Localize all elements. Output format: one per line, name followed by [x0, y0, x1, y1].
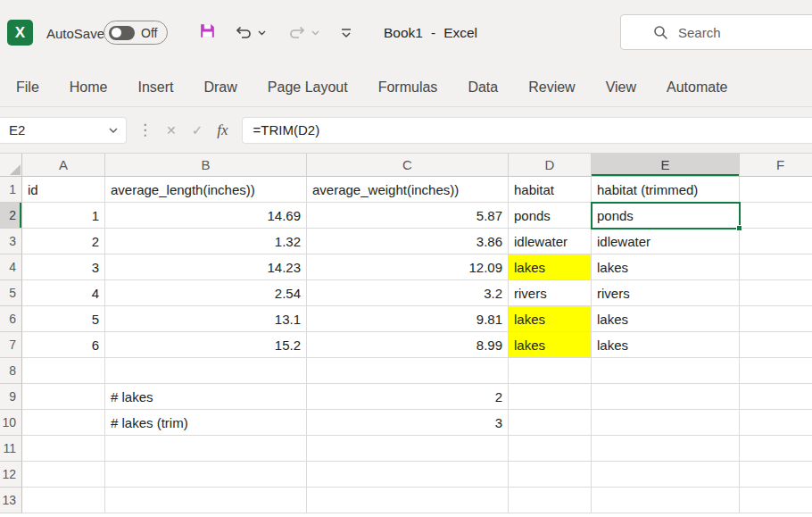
cell-B9[interactable]: # lakes	[105, 384, 307, 410]
cell-E1[interactable]: habitat (trimmed)	[592, 177, 740, 203]
ribbon-tab-page-layout[interactable]: Page Layout	[268, 79, 348, 96]
cell-D10[interactable]	[509, 410, 592, 436]
ribbon-tab-view[interactable]: View	[606, 79, 636, 96]
cell-F8[interactable]	[740, 358, 812, 384]
cell-A9[interactable]	[22, 384, 105, 410]
cell-F6[interactable]	[740, 306, 812, 332]
select-all-corner[interactable]	[0, 154, 22, 177]
cell-E11[interactable]	[592, 436, 740, 462]
cell-F11[interactable]	[740, 436, 812, 462]
ribbon-tab-insert[interactable]: Insert	[137, 79, 173, 96]
cell-F12[interactable]	[740, 462, 812, 488]
cell-B11[interactable]	[105, 436, 307, 462]
cell-C9[interactable]: 2	[307, 384, 509, 410]
insert-function-icon[interactable]: fx	[217, 121, 228, 139]
cell-C4[interactable]: 12.09	[307, 254, 509, 280]
ribbon-tab-formulas[interactable]: Formulas	[378, 79, 438, 96]
ribbon-tab-file[interactable]: File	[16, 79, 39, 96]
ribbon-tab-draw[interactable]: Draw	[203, 79, 236, 96]
cell-C7[interactable]: 8.99	[307, 332, 509, 358]
cell-D2[interactable]: ponds	[509, 203, 592, 229]
row-header-10[interactable]: 10	[0, 410, 22, 436]
column-header-b[interactable]: B	[105, 154, 307, 177]
undo-button[interactable]	[234, 25, 266, 40]
fill-handle[interactable]	[736, 225, 742, 231]
cell-D6[interactable]: lakes	[509, 306, 592, 332]
cell-F4[interactable]	[740, 254, 812, 280]
cell-B6[interactable]: 13.1	[105, 306, 307, 332]
cell-C2[interactable]: 5.87	[307, 203, 509, 229]
cell-C8[interactable]	[307, 358, 509, 384]
cell-E6[interactable]: lakes	[592, 306, 740, 332]
cell-F10[interactable]	[740, 410, 812, 436]
cell-D1[interactable]: habitat	[509, 177, 592, 203]
cell-D13[interactable]	[509, 488, 592, 513]
row-header-1[interactable]: 1	[0, 177, 22, 203]
cell-B2[interactable]: 14.69	[105, 203, 307, 229]
cell-A1[interactable]: id	[22, 177, 105, 203]
row-header-2[interactable]: 2	[0, 203, 22, 229]
cell-D7[interactable]: lakes	[509, 332, 592, 358]
search-box[interactable]: Search	[620, 14, 812, 50]
save-button[interactable]	[198, 21, 217, 40]
cell-B10[interactable]: # lakes (trim)	[105, 410, 307, 436]
cell-D8[interactable]	[509, 358, 592, 384]
cell-C10[interactable]: 3	[307, 410, 509, 436]
cell-B13[interactable]	[105, 488, 307, 513]
cell-C3[interactable]: 3.86	[307, 229, 509, 254]
cell-F1[interactable]	[740, 177, 812, 203]
cell-B8[interactable]	[105, 358, 307, 384]
cell-E2[interactable]: ponds	[592, 203, 740, 229]
row-header-13[interactable]: 13	[0, 488, 22, 513]
chevron-down-icon[interactable]	[109, 128, 118, 133]
cell-F7[interactable]	[740, 332, 812, 358]
cell-C6[interactable]: 9.81	[307, 306, 509, 332]
cell-D5[interactable]: rivers	[509, 280, 592, 306]
cell-F13[interactable]	[740, 488, 812, 513]
cell-B7[interactable]: 15.2	[105, 332, 307, 358]
column-header-a[interactable]: A	[22, 154, 105, 177]
cell-E4[interactable]: lakes	[592, 254, 740, 280]
cell-D3[interactable]: idlewater	[509, 229, 592, 254]
cell-B1[interactable]: average_length(inches))	[105, 177, 307, 203]
ribbon-tab-home[interactable]: Home	[70, 79, 108, 96]
row-header-12[interactable]: 12	[0, 462, 22, 488]
row-header-3[interactable]: 3	[0, 229, 22, 254]
cell-A8[interactable]	[22, 358, 105, 384]
row-header-7[interactable]: 7	[0, 332, 22, 358]
cell-A3[interactable]: 2	[22, 229, 105, 254]
cell-D11[interactable]	[509, 436, 592, 462]
cell-A4[interactable]: 3	[22, 254, 105, 280]
cell-E8[interactable]	[592, 358, 740, 384]
autosave-toggle[interactable]: Off	[104, 21, 168, 45]
row-header-8[interactable]: 8	[0, 358, 22, 384]
cancel-icon[interactable]: ✕	[166, 123, 177, 138]
column-header-e[interactable]: E	[592, 154, 740, 177]
row-header-6[interactable]: 6	[0, 306, 22, 332]
column-header-c[interactable]: C	[307, 154, 509, 177]
cell-C1[interactable]: average_weight(inches))	[307, 177, 509, 203]
cell-F5[interactable]	[740, 280, 812, 306]
cell-C5[interactable]: 3.2	[307, 280, 509, 306]
ribbon-tab-review[interactable]: Review	[528, 79, 575, 96]
cell-C13[interactable]	[307, 488, 509, 513]
cell-F2[interactable]	[740, 203, 812, 229]
cell-B5[interactable]: 2.54	[105, 280, 307, 306]
redo-button[interactable]	[287, 25, 319, 40]
cell-E7[interactable]: lakes	[592, 332, 740, 358]
cell-A11[interactable]	[22, 436, 105, 462]
cell-E12[interactable]	[592, 462, 740, 488]
cell-E13[interactable]	[592, 488, 740, 513]
row-header-11[interactable]: 11	[0, 436, 22, 462]
cell-D9[interactable]	[509, 384, 592, 410]
column-header-d[interactable]: D	[509, 154, 592, 177]
name-box[interactable]: E2	[0, 117, 127, 144]
cell-D4[interactable]: lakes	[509, 254, 592, 280]
cell-F9[interactable]	[740, 384, 812, 410]
ribbon-tab-data[interactable]: Data	[468, 79, 498, 96]
cell-A10[interactable]	[22, 410, 105, 436]
cell-E5[interactable]: rivers	[592, 280, 740, 306]
cell-B4[interactable]: 14.23	[105, 254, 307, 280]
cell-D12[interactable]	[509, 462, 592, 488]
ribbon-tab-automate[interactable]: Automate	[667, 79, 727, 96]
